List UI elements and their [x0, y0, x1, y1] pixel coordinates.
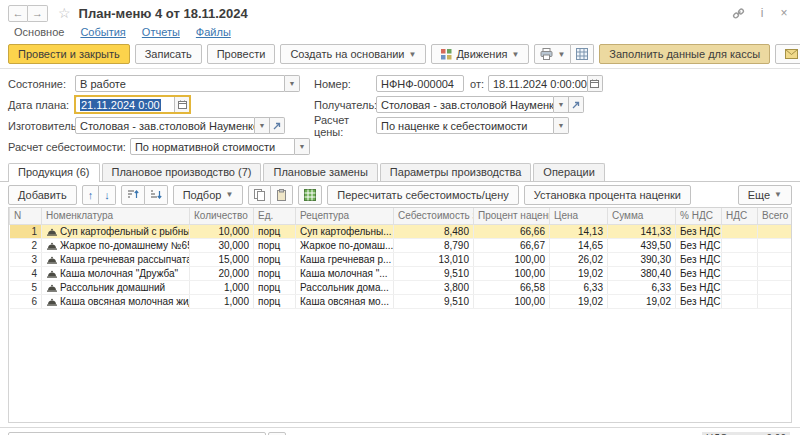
cell-n: 3 [10, 252, 42, 266]
document-header-form: Состояние: В работе ▼ Номер: НФНФ-000004… [0, 72, 800, 162]
receiver-dropdown-icon[interactable]: ▼ [554, 96, 569, 113]
sort-asc-icon [127, 189, 139, 200]
number-field[interactable]: НФНФ-000004 [376, 75, 464, 92]
arrow-down-icon: ↓ [104, 189, 110, 201]
state-dropdown-icon[interactable]: ▼ [285, 75, 300, 92]
recalc-cost-button[interactable]: Пересчитать себестоимость/цену [327, 185, 518, 205]
cell-sum: 380,40 [608, 266, 676, 280]
table-row[interactable]: 4Каша молочная "Дружба"20,000порцКаша мо… [10, 266, 792, 280]
navlink-reports[interactable]: Отчеты [142, 26, 180, 38]
tab-planned-replacements[interactable]: Плановые замены [263, 163, 377, 181]
cell-nomenclature: Каша молочная "Дружба" [42, 266, 190, 280]
price-calc-field[interactable]: По наценке к себестоимости ▼ [376, 117, 569, 134]
table-row[interactable]: 3Каша гречневая рассыпчатая15,000порцКаш… [10, 252, 792, 266]
set-markup-button[interactable]: Установка процента наценки [524, 185, 691, 205]
cell-unit-cost: 8,480 [394, 224, 474, 238]
tab-production-parameters[interactable]: Параметры производства [380, 163, 531, 181]
fill-cash-data-button[interactable]: Заполнить данные для кассы [599, 44, 770, 64]
cell-vat [722, 224, 758, 238]
table-row[interactable]: 6Каша овсяная молочная жидкая1,000порцКа… [10, 294, 792, 308]
cost-calc-label: Расчет себестоимости: [8, 141, 130, 153]
receiver-label: Получатель: [314, 99, 376, 111]
cell-unit: порц [254, 266, 296, 280]
cell-markup: 100,00 [474, 266, 550, 280]
cell-vat-rate: Без НДС [676, 266, 722, 280]
sort-ascending-button[interactable] [121, 185, 145, 205]
col-price[interactable]: Цена [550, 208, 608, 224]
calendar-icon[interactable] [588, 75, 603, 92]
cell-nomenclature: Суп картофельный с рыбными ко... [42, 224, 190, 238]
col-nomenclature[interactable]: Номенклатура [42, 208, 190, 224]
table-row[interactable]: 2Жаркое по-домашнему №6530,000порцЖаркое… [10, 238, 792, 252]
forward-icon[interactable]: → [28, 5, 48, 22]
state-label: Состояние: [8, 78, 75, 90]
favorite-star-icon[interactable]: ☆ [58, 5, 71, 21]
cell-total [758, 266, 792, 280]
navlink-events[interactable]: События [80, 26, 125, 38]
col-unit[interactable]: Ед. [254, 208, 296, 224]
pick-button[interactable]: Подбор▼ [173, 185, 244, 205]
cost-calc-field[interactable]: По нормативной стоимости ▼ [130, 138, 310, 155]
col-markup-percent[interactable]: Процент наценки [474, 208, 550, 224]
plan-date-field[interactable]: 21.11.2024 0:00 [75, 96, 190, 113]
manufacturer-field[interactable]: Столовая - зав.столовой Науменко Н.В. ▼ [75, 117, 285, 134]
cell-vat-rate: Без НДС [676, 252, 722, 266]
copy-rows-button[interactable] [248, 185, 271, 205]
move-row-down-button[interactable]: ↓ [99, 185, 116, 205]
receiver-open-icon[interactable] [569, 96, 584, 113]
document-date-field[interactable]: 18.11.2024 0:00:00 [488, 75, 603, 92]
col-unit-cost[interactable]: Себестоимость за ед. [394, 208, 474, 224]
col-n[interactable]: N [10, 208, 42, 224]
back-icon[interactable]: ← [8, 5, 28, 22]
col-vat-rate[interactable]: % НДС [676, 208, 722, 224]
get-link-icon[interactable] [732, 7, 748, 20]
print-button[interactable]: ▼ [534, 44, 571, 64]
tab-products[interactable]: Продукция (6) [8, 163, 100, 182]
state-field[interactable]: В работе ▼ [75, 75, 300, 92]
manufacturer-dropdown-icon[interactable]: ▼ [255, 117, 270, 134]
paste-rows-button[interactable] [271, 185, 293, 205]
col-total[interactable]: Всего [758, 208, 792, 224]
navlink-files[interactable]: Файлы [196, 26, 231, 38]
col-vat[interactable]: НДС [722, 208, 758, 224]
write-button[interactable]: Записать [135, 44, 202, 64]
cell-unit: порц [254, 252, 296, 266]
post-button[interactable]: Провести [207, 44, 276, 64]
manufacturer-open-icon[interactable] [270, 117, 285, 134]
movements-button[interactable]: Движения▼ [431, 44, 529, 64]
receiver-field[interactable]: Столовая - зав.столовой Науменко Н.В. ▼ [376, 96, 584, 113]
cell-n: 2 [10, 238, 42, 252]
cost-calc-dropdown-icon[interactable]: ▼ [295, 138, 310, 155]
nav-links: Основное События Отчеты Файлы [0, 24, 800, 42]
report-grid-button[interactable] [571, 44, 594, 64]
tab-planned-production[interactable]: Плановое производство (7) [102, 163, 262, 181]
info-icon[interactable]: i [754, 6, 770, 20]
add-row-button[interactable]: Добавить [8, 185, 77, 205]
cell-vat-rate: Без НДС [676, 224, 722, 238]
send-email-button[interactable]: Отправить по электронной почте [775, 44, 800, 64]
cell-vat [722, 294, 758, 308]
copy-icon [254, 189, 265, 201]
post-and-close-button[interactable]: Провести и закрыть [8, 44, 130, 64]
close-icon[interactable]: × [776, 6, 792, 20]
tab-operations[interactable]: Операции [533, 163, 604, 181]
manufacturer-label: Изготовитель: [8, 120, 75, 132]
table-row[interactable]: 1Суп картофельный с рыбными ко...10,000п… [10, 224, 792, 238]
col-recipe[interactable]: Рецептура [296, 208, 394, 224]
price-calc-label: Расчет цены: [314, 114, 376, 138]
command-toolbar: Провести и закрыть Записать Провести Соз… [0, 42, 800, 68]
col-quantity[interactable]: Количество [190, 208, 254, 224]
col-sum[interactable]: Сумма [608, 208, 676, 224]
table-more-button[interactable]: Еще▼ [738, 185, 792, 205]
cell-recipe: Каша овсяная мо... [296, 294, 394, 308]
create-based-on-button[interactable]: Создать на основании▼ [280, 44, 426, 64]
price-calc-dropdown-icon[interactable]: ▼ [554, 117, 569, 134]
navlink-main[interactable]: Основное [14, 26, 64, 38]
table-row[interactable]: 5Рассольник домашний1,000порцРассольник … [10, 280, 792, 294]
cell-vat [722, 280, 758, 294]
move-row-up-button[interactable]: ↑ [82, 185, 100, 205]
export-table-button[interactable] [298, 185, 322, 205]
cell-n: 1 [10, 224, 42, 238]
sort-descending-button[interactable] [145, 185, 168, 205]
plan-date-calendar-icon[interactable] [175, 96, 190, 113]
